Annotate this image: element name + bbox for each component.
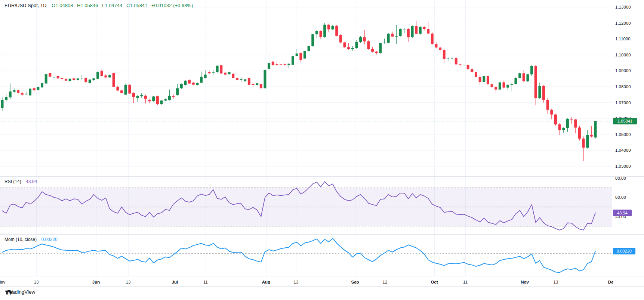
svg-text:1.10000: 1.10000 bbox=[615, 53, 631, 57]
ohlc-close: C1.05841 bbox=[126, 3, 147, 8]
mom-legend[interactable]: Mom (10, close) 0.00220 bbox=[4, 237, 58, 242]
chart-canvas[interactable]: 1.130001.120001.110001.100001.090001.080… bbox=[0, 0, 644, 300]
symbol-title: EUR/USD Spot, 1D bbox=[4, 3, 47, 8]
svg-text:1.09000: 1.09000 bbox=[615, 68, 631, 73]
trading-chart-window: 1.130001.120001.110001.100001.090001.080… bbox=[0, 0, 644, 300]
svg-text:1.04000: 1.04000 bbox=[615, 148, 631, 152]
svg-text:Sep: Sep bbox=[351, 280, 359, 284]
svg-text:lay: lay bbox=[0, 280, 6, 284]
svg-text:13: 13 bbox=[554, 280, 558, 284]
svg-text:1.05000: 1.05000 bbox=[615, 132, 631, 137]
svg-text:13: 13 bbox=[126, 280, 131, 284]
svg-text:1.11000: 1.11000 bbox=[615, 37, 631, 41]
svg-text:1.12000: 1.12000 bbox=[615, 21, 631, 25]
svg-text:1.03000: 1.03000 bbox=[615, 164, 631, 168]
svg-text:13: 13 bbox=[294, 280, 299, 284]
ohlc-change: +0.01032 (+0.98%) bbox=[151, 3, 193, 8]
rsi-label: RSI (14) bbox=[4, 179, 21, 184]
svg-text:Jul: Jul bbox=[172, 280, 178, 284]
rsi-value: 43.94 bbox=[26, 179, 37, 184]
svg-text:Oct: Oct bbox=[431, 280, 438, 284]
ohlc-high: H1.05846 bbox=[77, 3, 98, 8]
rsi-value-badge: 43.94 bbox=[613, 210, 632, 216]
svg-text:Nov: Nov bbox=[521, 280, 529, 284]
last-price-badge: 1.05841 bbox=[613, 118, 637, 124]
symbol-legend[interactable]: EUR/USD Spot, 1D O1.04808 H1.05846 L1.04… bbox=[4, 3, 195, 8]
svg-text:60.00: 60.00 bbox=[615, 195, 626, 200]
svg-text:1.13000: 1.13000 bbox=[615, 5, 631, 9]
mom-label: Mom (10, close) bbox=[4, 237, 37, 242]
svg-text:12: 12 bbox=[383, 280, 388, 284]
svg-text:De: De bbox=[608, 280, 614, 284]
svg-text:Jun: Jun bbox=[92, 280, 100, 284]
ohlc-open: O1.04808 bbox=[52, 3, 73, 8]
svg-text:11: 11 bbox=[463, 280, 468, 284]
svg-text:1.07000: 1.07000 bbox=[615, 100, 631, 105]
svg-text:13: 13 bbox=[34, 280, 39, 284]
ohlc-low: L1.04744 bbox=[102, 3, 122, 8]
mom-value-badge: 0.00220 bbox=[613, 248, 635, 254]
svg-text:Aug: Aug bbox=[262, 280, 270, 284]
rsi-legend[interactable]: RSI (14) 43.94 bbox=[4, 179, 37, 184]
svg-text:11: 11 bbox=[203, 280, 208, 284]
mom-value: 0.00220 bbox=[41, 237, 57, 242]
tradingview-attribution[interactable]: TradingView bbox=[5, 289, 35, 295]
svg-text:1.08000: 1.08000 bbox=[615, 84, 631, 89]
